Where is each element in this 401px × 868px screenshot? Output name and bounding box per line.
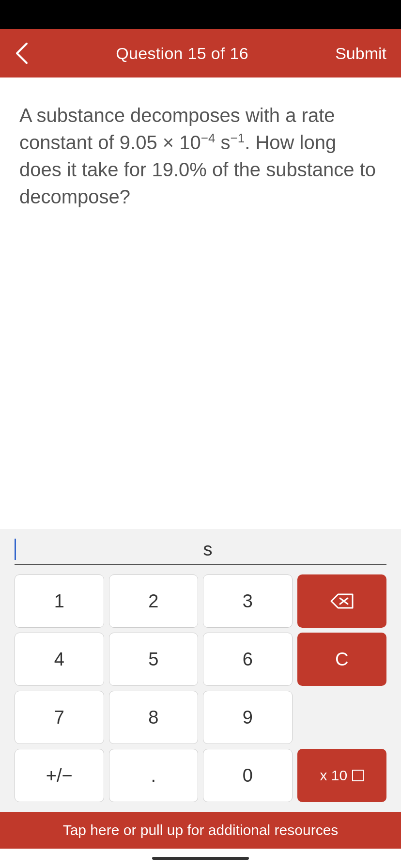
key-0[interactable]: 0 xyxy=(203,749,293,802)
exponent-box xyxy=(352,770,364,781)
empty-cell xyxy=(297,691,387,744)
text-cursor xyxy=(15,539,16,560)
key-x10[interactable]: x 10 xyxy=(297,749,387,802)
answer-input-row[interactable]: s xyxy=(15,539,386,565)
key-9[interactable]: 9 xyxy=(203,691,293,744)
keypad: 1 2 3 4 5 6 C 7 8 9 +/− . 0 x 10 xyxy=(15,574,386,807)
key-3[interactable]: 3 xyxy=(203,574,293,628)
key-sign[interactable]: +/− xyxy=(15,749,104,802)
backspace-button[interactable] xyxy=(297,574,387,628)
key-2[interactable]: 2 xyxy=(109,574,199,628)
input-area: s 1 2 3 4 5 6 C 7 8 9 +/− . 0 x 10 xyxy=(0,529,401,812)
clear-button[interactable]: C xyxy=(297,633,387,686)
question-area: A substance decomposes with a rate const… xyxy=(0,78,401,529)
resources-bar-label: Tap here or pull up for additional resou… xyxy=(63,822,339,838)
submit-button[interactable]: Submit xyxy=(335,44,386,63)
back-button[interactable] xyxy=(15,41,29,65)
answer-unit: s xyxy=(203,539,387,560)
key-1[interactable]: 1 xyxy=(15,574,104,628)
key-7[interactable]: 7 xyxy=(15,691,104,744)
key-decimal[interactable]: . xyxy=(109,749,199,802)
status-bar xyxy=(0,0,401,29)
question-counter: Question 15 of 16 xyxy=(116,44,248,63)
header: Question 15 of 16 Submit xyxy=(0,29,401,78)
home-bar xyxy=(152,857,249,860)
key-4[interactable]: 4 xyxy=(15,633,104,686)
home-indicator xyxy=(0,849,401,868)
key-8[interactable]: 8 xyxy=(109,691,199,744)
resources-bar[interactable]: Tap here or pull up for additional resou… xyxy=(0,812,401,849)
key-5[interactable]: 5 xyxy=(109,633,199,686)
key-6[interactable]: 6 xyxy=(203,633,293,686)
question-text: A substance decomposes with a rate const… xyxy=(19,102,382,210)
